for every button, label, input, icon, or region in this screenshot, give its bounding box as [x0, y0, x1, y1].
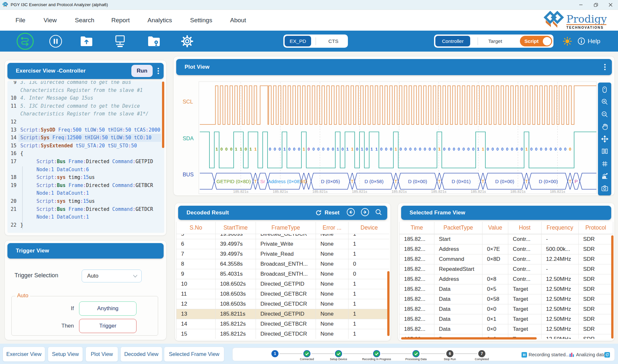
- bottom-tab-selected-frame-view[interactable]: Selected Frame View: [164, 347, 224, 362]
- folder-location-icon[interactable]: [147, 36, 160, 47]
- column-header[interactable]: Error ...: [316, 222, 349, 234]
- prev-frame-button[interactable]: [347, 208, 355, 218]
- column-header[interactable]: Frequency: [542, 222, 579, 234]
- bottom-tab-plot-view[interactable]: Plot View: [86, 347, 118, 362]
- if-anything-button[interactable]: Anything: [79, 301, 137, 316]
- tab-ex-pd[interactable]: EX_PD: [285, 36, 311, 46]
- table-row[interactable]: 739.4997sPrivate_ReadNone1: [177, 249, 390, 259]
- menu-item-file[interactable]: File: [15, 10, 25, 31]
- zoom-in-icon[interactable]: [601, 98, 609, 106]
- table-cell: 85.4031s: [216, 269, 256, 279]
- column-header[interactable]: S.No: [177, 222, 216, 234]
- table-row[interactable]: 185.82...Data0×58Target12.50MHzSDR: [400, 294, 613, 304]
- bit-value: 0: [312, 147, 315, 152]
- bottom-tab-exerciser-view[interactable]: Exerciser View: [3, 347, 45, 362]
- step-connector: [420, 353, 445, 354]
- menu-item-settings[interactable]: Settings: [190, 10, 212, 31]
- table-row[interactable]: 185.82...StartContr...-SDR: [400, 234, 613, 244]
- theme-sun-icon[interactable]: [563, 37, 572, 46]
- column-header[interactable]: PacketType: [434, 222, 482, 234]
- table-row[interactable]: 10108.6502sDirected_GETPIDNone1: [177, 279, 390, 289]
- monitor-network-icon[interactable]: [114, 35, 127, 48]
- step-label: Recording In Progress: [362, 358, 391, 361]
- search-button[interactable]: [375, 209, 382, 217]
- table-row[interactable]: 864.3558sBroadcast_ENTH...None0: [177, 259, 390, 269]
- selected-frame-table-wrap[interactable]: TimePacketTypeValueHostFrequencyProtocol…: [399, 222, 613, 339]
- table-row[interactable]: 185.82...RepeatedStartContr...-SDR: [400, 264, 613, 274]
- trigger-selection-dropdown[interactable]: Auto: [82, 270, 142, 282]
- grid-icon[interactable]: [601, 160, 609, 168]
- minimize-button[interactable]: [573, 0, 588, 10]
- table-row[interactable]: 519.9609sDirected_GETDCRNone1: [177, 234, 390, 239]
- table-row[interactable]: 11108.6503sDirected_GETBCRNone1: [177, 289, 390, 299]
- table-body[interactable]: 185.82...StartContr...-SDR185.82...Addre…: [399, 234, 613, 339]
- menu-item-search[interactable]: Search: [75, 10, 94, 31]
- table-row[interactable]: 985.4031sBroadcast_ENTH...None0: [177, 269, 390, 279]
- bottom-tab-decoded-view[interactable]: Decoded View: [120, 347, 162, 362]
- zoom-out-icon[interactable]: [601, 111, 609, 118]
- table-row[interactable]: 185.82...Data0×0Target12.50MHzSDR: [400, 324, 613, 334]
- script-editor[interactable]: 93. I3C Directed command to get the Bus …: [7, 81, 164, 233]
- script-toggle[interactable]: Script: [520, 36, 552, 46]
- restore-button[interactable]: [588, 0, 603, 10]
- table-row[interactable]: 639.4997sPrivate_WriteNone1: [177, 239, 390, 249]
- table-body[interactable]: 519.9609sDirected_GETDCRNone1639.4997sPr…: [176, 234, 389, 339]
- menu-item-report[interactable]: Report: [111, 10, 130, 31]
- menu-item-analytics[interactable]: Analytics: [147, 10, 172, 31]
- flow-run-icon[interactable]: [16, 32, 34, 50]
- tab-target[interactable]: Target: [478, 36, 513, 46]
- camera-icon[interactable]: [601, 184, 609, 192]
- menu-item-view[interactable]: View: [44, 10, 57, 31]
- tab-controller[interactable]: Controller: [435, 36, 470, 46]
- then-trigger-button[interactable]: Trigger: [79, 319, 137, 333]
- check-icon: [414, 352, 418, 355]
- bottom-tab-setup-view[interactable]: Setup View: [48, 347, 83, 362]
- reset-button[interactable]: Reset: [315, 210, 339, 216]
- signal-chart-icon[interactable]: [601, 172, 609, 180]
- status-text: Analizing data: [576, 352, 605, 357]
- code-line-19: 19Script:Bus Frame:Directed Command:GETB…: [7, 182, 161, 197]
- table-cell: Contr...: [508, 264, 542, 274]
- table-row[interactable]: 12108.6503sDirected_GETDCRNone1: [177, 299, 390, 309]
- column-header[interactable]: Host: [508, 222, 542, 234]
- close-button[interactable]: [603, 0, 618, 10]
- table-row[interactable]: 185.82...Data0×5Target12.50MHzSDR: [400, 284, 613, 294]
- column-header[interactable]: Time: [400, 222, 434, 234]
- column-header[interactable]: Protocol: [579, 222, 613, 234]
- decoded-result-table-wrap[interactable]: S.NoStartTimeFrameTypeError ...Device519…: [176, 222, 389, 339]
- table-row[interactable]: 185.82...Address0×7EContr...500.00k...SD…: [400, 244, 613, 254]
- decoded-scrollbar[interactable]: [387, 271, 390, 336]
- table-row[interactable]: 185.82...Command0×8DContr...12.24MHzSDR: [400, 254, 613, 264]
- selected-frame-vscrollbar[interactable]: [611, 235, 613, 339]
- plot-view-panel: Plot View 185.821s185.821s185.821s185.82…: [173, 56, 615, 196]
- table-row[interactable]: 185.82...Address0×8Contr...12.50MHzSDR: [400, 274, 613, 284]
- pan-hand-icon[interactable]: [601, 123, 609, 131]
- editor-scrollbar[interactable]: [162, 82, 164, 148]
- table-row[interactable]: 185.82...Data0×0Target12.50MHzSDR: [400, 304, 613, 314]
- table-row[interactable]: 185.82...Data0×1Target12.50MHzSDR: [400, 314, 613, 324]
- selected-frame-hscrollbar[interactable]: [401, 337, 537, 339]
- table-row[interactable]: 15185.8212sDirected_GETDCRNone1: [177, 329, 390, 339]
- bit-value: 0: [443, 147, 445, 152]
- settings-gear-icon[interactable]: [181, 35, 194, 48]
- folder-upload-icon[interactable]: [80, 36, 93, 47]
- column-header[interactable]: Device: [349, 222, 390, 234]
- panels-icon[interactable]: [601, 147, 609, 155]
- cursor-mouse-icon[interactable]: [601, 86, 609, 93]
- table-row[interactable]: 13185.8211sDirected_GETPIDNone1: [177, 309, 390, 319]
- table-cell: 0×8D: [482, 254, 508, 264]
- run-button[interactable]: Run: [131, 65, 153, 77]
- table-cell: 185.82...: [400, 294, 434, 304]
- waveform-plot[interactable]: 185.821s185.821s185.821s185.821s185.821s…: [174, 56, 615, 196]
- move-arrows-icon[interactable]: [601, 135, 609, 143]
- tab-cts[interactable]: CTS: [320, 36, 347, 46]
- column-header[interactable]: StartTime: [216, 222, 256, 234]
- column-header[interactable]: Value: [482, 222, 508, 234]
- menu-item-about[interactable]: About: [230, 10, 246, 31]
- table-row[interactable]: 14185.8212sDirected_GETBCRNone1: [177, 319, 390, 329]
- next-frame-button[interactable]: [361, 208, 369, 218]
- column-header[interactable]: FrameType: [256, 222, 316, 234]
- pause-icon[interactable]: [49, 34, 62, 48]
- exerciser-menu-dots[interactable]: [153, 68, 164, 74]
- help-button[interactable]: Help: [578, 31, 600, 52]
